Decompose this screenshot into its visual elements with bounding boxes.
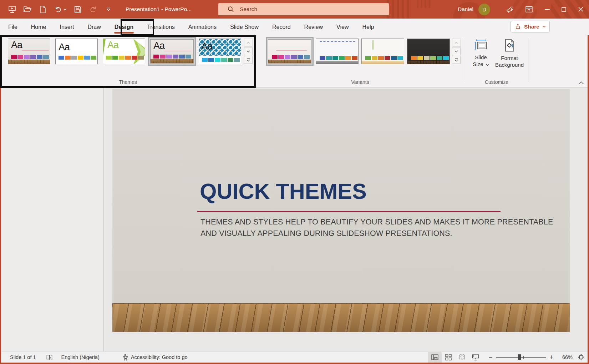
save-icon[interactable] <box>73 5 82 14</box>
tab-file[interactable]: File <box>1 19 24 35</box>
slide-sorter-view-button[interactable] <box>442 352 455 363</box>
zoom-level[interactable]: 66% <box>559 354 573 360</box>
variant-swatches <box>365 56 403 60</box>
minimize-button[interactable] <box>539 0 555 19</box>
zoom-slider[interactable] <box>496 354 546 360</box>
variant-blue-gray[interactable] <box>316 39 359 64</box>
variant-pink-wood-selected[interactable] <box>266 37 314 66</box>
zoom-in-button[interactable]: + <box>549 354 553 361</box>
variants-scroll-up-icon[interactable] <box>452 39 461 47</box>
theme-facet[interactable]: Aa <box>103 39 145 64</box>
wood-floor-graphic <box>112 303 570 332</box>
tab-home[interactable]: Home <box>24 19 53 35</box>
variant-swatches <box>411 56 449 60</box>
window-border-left <box>0 88 1 363</box>
variant-green-tan[interactable] <box>361 39 404 64</box>
slideshow-view-button[interactable] <box>469 352 482 363</box>
variants-scroll-down-icon[interactable] <box>452 47 461 55</box>
zoom-slider-thumb[interactable] <box>518 354 521 360</box>
theme-blue-pattern[interactable]: Aa <box>199 39 241 64</box>
titlebar-decor <box>417 0 431 8</box>
theme-sample-text: Aa <box>11 40 22 51</box>
slide-size-icon <box>474 39 488 51</box>
tab-insert[interactable]: Insert <box>53 19 81 35</box>
slide-canvas[interactable]: QUICK THEMES THEMES AND STYLES HELP TO B… <box>112 89 570 332</box>
variants-gallery-scroll <box>452 39 461 64</box>
customize-qat-icon[interactable] <box>104 5 113 14</box>
themes-group-label: Themes <box>0 79 256 85</box>
ribbon-display-options-icon[interactable] <box>519 0 539 19</box>
tab-view[interactable]: View <box>330 19 355 35</box>
reading-view-button[interactable] <box>455 352 469 363</box>
theme-sample-text: Aa <box>201 41 212 52</box>
tab-record[interactable]: Record <box>265 19 298 35</box>
format-background-button[interactable]: Format Background <box>494 39 524 68</box>
share-dropdown-icon[interactable] <box>542 25 546 28</box>
close-button[interactable] <box>572 0 589 19</box>
tab-design[interactable]: Design <box>108 19 140 35</box>
variants-group-label: Variants <box>256 79 464 85</box>
theme-swatches <box>11 55 49 59</box>
theme-office[interactable]: Aa <box>55 39 98 64</box>
undo-icon <box>54 5 62 14</box>
user-avatar[interactable]: D <box>478 4 490 15</box>
language-status[interactable]: English (Nigeria) <box>61 354 100 360</box>
slide-counter[interactable]: Slide 1 of 1 <box>10 354 36 360</box>
normal-view-button[interactable] <box>428 352 442 363</box>
theme-sample-text: Aa <box>153 40 164 51</box>
spell-check-icon[interactable] <box>46 354 53 360</box>
share-button[interactable]: Share <box>511 21 550 32</box>
theme-sample-text: Aa <box>107 40 118 51</box>
undo-dropdown-icon <box>64 8 67 11</box>
document-title: Presentation1 - PowerPo... <box>126 0 192 19</box>
theme-wood-current-selected[interactable]: Aa <box>148 37 196 66</box>
feedback-megaphone-icon[interactable] <box>500 0 519 19</box>
slide-title[interactable]: QUICK THEMES <box>200 179 367 204</box>
redo-icon[interactable] <box>89 5 97 14</box>
accessibility-icon <box>122 354 128 361</box>
theme-swatches <box>153 55 191 59</box>
tab-slide-show[interactable]: Slide Show <box>223 19 265 35</box>
collapse-ribbon-icon[interactable] <box>578 81 584 85</box>
tab-help[interactable]: Help <box>355 19 381 35</box>
quick-access-toolbar <box>8 0 113 19</box>
format-background-icon <box>504 39 515 52</box>
themes-gallery-scroll <box>244 39 253 64</box>
variants-more-icon[interactable] <box>452 56 461 64</box>
editing-canvas: QUICK THEMES THEMES AND STYLES HELP TO B… <box>104 88 588 352</box>
ribbon-tab-row: File Home Insert Draw Design Transitions… <box>0 19 589 35</box>
variant-dark[interactable] <box>407 39 450 64</box>
open-file-icon[interactable] <box>23 5 32 14</box>
themes-scroll-down-icon[interactable] <box>244 47 253 55</box>
theme-sample-text: Aa <box>59 42 70 53</box>
theme-swatches <box>106 56 144 60</box>
window-border-bottom <box>0 363 589 364</box>
new-file-icon[interactable] <box>39 5 47 14</box>
theme-wood[interactable]: Aa <box>8 39 50 64</box>
search-box[interactable] <box>218 3 389 15</box>
status-bar: Slide 1 of 1 English (Nigeria) Accessibi… <box>0 352 589 363</box>
undo-button[interactable] <box>54 5 67 14</box>
theme-swatches <box>202 58 240 62</box>
slide-body-text[interactable]: THEMES AND STYLES HELP TO BEAUTIFY YOUR … <box>200 216 553 239</box>
fit-slide-to-window-icon[interactable] <box>578 354 585 361</box>
search-icon <box>228 6 234 12</box>
themes-more-icon[interactable] <box>244 56 253 64</box>
start-slideshow-icon[interactable] <box>8 5 16 14</box>
slide-size-button[interactable]: Slide Size <box>469 39 492 67</box>
variant-swatches <box>320 56 357 60</box>
user-name[interactable]: Daniel <box>458 6 473 12</box>
tab-transitions[interactable]: Transitions <box>140 19 182 35</box>
accessibility-status[interactable]: Accessibility: Good to go <box>122 354 188 361</box>
themes-scroll-up-icon[interactable] <box>244 39 253 47</box>
slide-title-underline <box>197 211 501 212</box>
maximize-button[interactable] <box>555 0 572 19</box>
search-input[interactable] <box>240 6 375 12</box>
tab-animations[interactable]: Animations <box>182 19 223 35</box>
slide-size-dropdown-icon <box>486 64 489 66</box>
zoom-out-button[interactable]: − <box>489 354 493 361</box>
tab-draw[interactable]: Draw <box>81 19 107 35</box>
window-border-right <box>588 35 589 363</box>
ribbon-design: Aa Aa Aa Aa Aa Themes <box>0 35 589 88</box>
tab-review[interactable]: Review <box>298 19 330 35</box>
